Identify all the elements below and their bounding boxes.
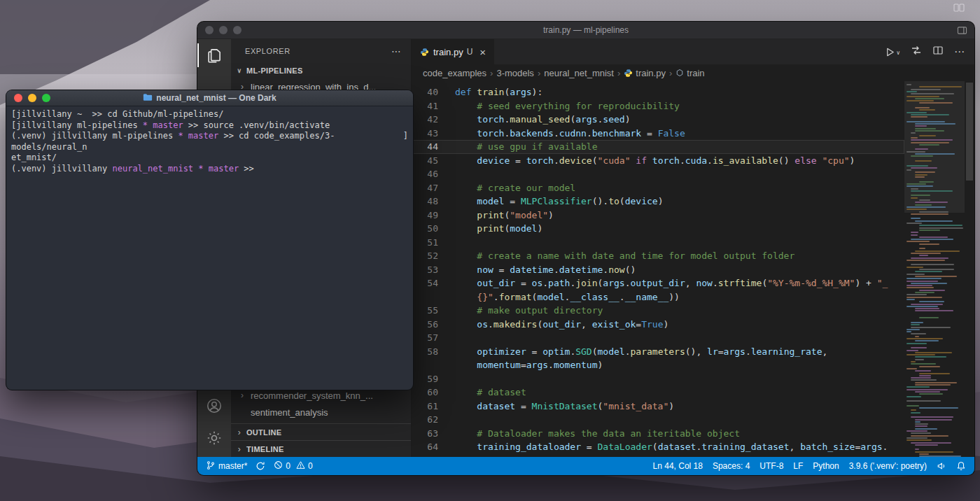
code-line[interactable]: 54 out_dir = os.path.join(args.output_di… [412,276,904,290]
minimap-line [915,153,955,155]
code-text: # create a name with date and time for m… [455,249,794,263]
code-text: momentum=args.momentum) [455,358,603,372]
minimap-line [906,389,948,390]
editor-scrollbar[interactable] [965,81,974,457]
close-window-button[interactable] [205,26,214,34]
code-line[interactable]: 58 optimizer = optim.SGD(model.parameter… [412,345,904,359]
chevron-right-icon: › [235,428,244,437]
minimap-line [911,442,951,444]
breadcrumb-item[interactable]: train [676,68,704,78]
code-editor[interactable]: 40def train(args):41 # seed everything f… [412,81,974,457]
bell-icon[interactable] [956,461,966,471]
code-line[interactable]: 56 os.makedirs(out_dir, exist_ok=True) [412,318,904,332]
minimap-line [906,350,918,351]
code-line[interactable]: 53 now = datetime.datetime.now() [412,263,904,277]
minimap-line [919,135,936,136]
breadcrumb-item[interactable]: neural_net_mnist [544,68,614,78]
minimap[interactable] [904,81,965,457]
minimap-line [919,227,963,229]
minimap-line [906,84,911,85]
cursor-position[interactable]: Ln 44, Col 18 [653,461,703,471]
sync-icon[interactable] [255,461,265,471]
code-line[interactable]: momentum=args.momentum) [412,358,904,372]
code-line[interactable]: {}".format(model.__class__.__name__)) [412,290,904,304]
explorer-root-folder[interactable]: ∨ ML-PIPELINES [231,63,411,78]
line-number: 60 [412,386,455,400]
code-line[interactable]: 61 dataset = MnistDataset("mnist_data") [412,400,904,414]
run-python-file-button[interactable]: ∨ [885,47,900,57]
code-line[interactable]: 42 torch.manual_seed(args.seed) [412,113,904,127]
minimap-line [915,428,937,430]
explorer-more-icon[interactable]: ⋯ [391,45,401,57]
code-line[interactable]: 60 # dataset [412,386,904,400]
code-line[interactable]: 62 [412,413,904,427]
code-text: # use gpu if available [455,140,598,154]
line-number [412,290,455,304]
code-line[interactable]: 50 print(model) [412,222,904,236]
explorer-section-outline[interactable]: ›OUTLINE [231,423,411,440]
gear-icon[interactable] [197,422,231,454]
code-line[interactable]: 41 # seed everything for reproducibility [412,99,904,113]
tab-train-py[interactable]: train.py U × [412,39,494,64]
editor-more-actions-icon[interactable]: ⋯ [954,45,965,58]
encoding-status[interactable]: UTF-8 [760,461,783,471]
code-line[interactable]: 48 model = MLPClassifier().to(device) [412,195,904,209]
explorer-section-timeline[interactable]: ›TIMELINE [231,440,411,457]
code-line[interactable]: 59 [412,372,904,386]
explorer-item[interactable]: sentiment_analysis [231,404,411,421]
code-line[interactable]: 47 # create our model [412,181,904,195]
code-line[interactable]: 49 print("model") [412,209,904,223]
problems-status[interactable]: 0 0 [274,460,312,472]
language-mode[interactable]: Python [813,461,839,471]
minimap-line [911,361,916,362]
minimap-line [906,297,942,298]
explorer-activity-icon[interactable] [197,39,231,71]
error-icon [274,460,283,472]
terminal-content[interactable]: [jillvillany ~ >> cd Github/ml-pipelines… [6,106,413,390]
code-line[interactable]: 45 device = torch.device("cuda" if torch… [412,154,904,168]
minimap-line [919,393,943,395]
code-line[interactable]: 57 [412,331,904,345]
close-window-button[interactable] [14,94,22,102]
minimize-window-button[interactable] [28,94,36,102]
scrollbar-thumb[interactable] [966,83,973,181]
minimap-line [915,391,940,393]
window-tabs-icon[interactable] [957,26,967,35]
python-interpreter[interactable]: 3.9.6 ('.venv': poetry) [849,461,927,471]
code-line[interactable]: 63 # Dataloader makes the data an iterit… [412,427,904,441]
code-line[interactable]: 51 [412,236,904,250]
tab-close-icon[interactable]: × [479,46,486,58]
open-changes-icon[interactable] [911,45,922,59]
code-line[interactable]: 40def train(args): [412,85,904,99]
minimap-line [911,416,953,418]
breadcrumb-item[interactable]: code_examples [423,68,486,78]
python-icon [624,69,633,78]
indentation-status[interactable]: Spaces: 4 [713,461,750,471]
code-line[interactable]: 43 torch.backends.cudnn.benchmark = Fals… [412,127,904,141]
line-number: 58 [412,345,455,359]
code-line[interactable]: 46 [412,167,904,181]
feedback-icon[interactable] [937,461,946,471]
code-line[interactable]: 64 training_dataloader = DataLoader(data… [412,440,904,454]
code-line[interactable]: 52 # create a name with date and time fo… [412,249,904,263]
code-line[interactable]: 55 # make output directory [412,304,904,318]
split-editor-icon[interactable] [932,45,944,59]
eol-status[interactable]: LF [793,461,803,471]
minimap-line [911,347,927,348]
zoom-window-button[interactable] [42,94,50,102]
minimap-line [911,283,947,284]
minimap-line [919,269,954,270]
code-line[interactable]: batch_size, shuffle=True) [412,454,904,458]
account-icon[interactable] [197,390,231,422]
code-line[interactable]: 44 # use gpu if available [412,140,904,154]
vscode-titlebar: train.py — ml-pipelines [197,22,974,39]
breadcrumb-item[interactable]: train.py [624,68,666,78]
zoom-window-button[interactable] [233,26,241,34]
menubar-extra-icon[interactable] [953,2,965,15]
breadcrumb-item[interactable]: 3-models [496,68,533,78]
line-number: 40 [412,85,455,99]
minimap-line [906,306,938,307]
minimize-window-button[interactable] [219,26,227,34]
git-branch-status[interactable]: master* [206,460,247,472]
minimap-line [906,405,919,407]
